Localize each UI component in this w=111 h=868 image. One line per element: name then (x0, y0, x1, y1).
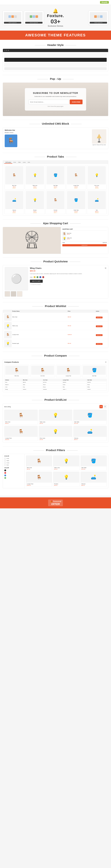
color-swatch-2[interactable] (36, 276, 38, 278)
product-info: Table Lamp $45.00 (39, 421, 72, 425)
color-swatch-4[interactable] (42, 276, 44, 278)
product-stars: ★★★★☆ (67, 212, 85, 213)
popup-email-input[interactable] (28, 100, 69, 104)
compare-row-val-2: $175.00 (43, 381, 62, 383)
product-card[interactable]: 🪑 Wire Chair $89.00 (26, 456, 52, 470)
tab-table[interactable]: Table (17, 161, 22, 164)
product-card[interactable]: 💡 Pendant $55.00 ★★★★★ (25, 190, 45, 214)
layout-card-3[interactable]: Home Layout 03 (88, 11, 108, 25)
product-card[interactable]: 🛋️ Sofa $350.00 ★★★★★ (87, 190, 107, 214)
filter-checkbox[interactable] (4, 458, 6, 459)
popup-subscribe-button[interactable]: SUBSCRIBE (70, 100, 83, 104)
color-dot-3[interactable] (4, 474, 6, 476)
product-card[interactable]: 🪑 Lounge Chair $199.00 (26, 472, 52, 487)
color-filter-option (4, 472, 23, 474)
product-image: 🪑 (4, 426, 37, 437)
grid-view-button[interactable]: ⊞ (100, 405, 103, 408)
product-card[interactable]: 🪣 Side Table $120.00 ★★★☆☆ (46, 165, 65, 189)
color-dot-2[interactable] (4, 472, 6, 474)
popup-skip-link[interactable]: Don't show this popup again (28, 106, 83, 107)
shopify-badge: Shopify (100, 1, 109, 4)
svg-line-8 (28, 232, 31, 243)
product-info: Table Lamp $45.00 (53, 466, 79, 470)
quickview-product-name: Wing Chairs (30, 267, 106, 269)
quickview-close-button[interactable]: ✕ (105, 267, 107, 270)
checkout-button[interactable]: CHECKOUT (62, 244, 107, 246)
feature-title-header: Header Style (3, 43, 108, 46)
compare-close-button[interactable]: ✕ (105, 361, 107, 363)
layout-card-2[interactable]: Home Layout 02 (24, 11, 44, 25)
header-bar (3, 49, 108, 52)
tab-sofa[interactable]: Sofa (27, 161, 31, 164)
product-card[interactable]: 💡 Table Lamp $45.00 ★★★★★ (25, 165, 45, 189)
product-card[interactable]: 🪑 Lounge Chair $199.00 ★★★★☆ (66, 165, 86, 189)
svg-marker-0 (97, 134, 102, 138)
filter-label: Table (6, 460, 9, 461)
feature-title-quickview: Product Quickview (3, 260, 108, 263)
preview-dot (97, 15, 100, 18)
product-image: 💡 (39, 426, 72, 437)
color-swatch-3[interactable] (39, 276, 41, 278)
product-card[interactable]: 💡 Table Lamp $45.00 (39, 410, 72, 425)
header-row-light-2 (4, 62, 107, 66)
product-card[interactable]: 💡 Table Lamp $45.00 (53, 456, 79, 470)
product-card[interactable]: 💡 Floor Lamp $78.00 (39, 426, 72, 441)
filter-checkbox[interactable] (4, 464, 6, 466)
cart-item-price: $89.00 (67, 234, 107, 235)
wishlist-add-to-cart-button[interactable]: Add to Cart (96, 326, 103, 327)
tab-all-products[interactable]: All Product (4, 161, 12, 164)
compare-row-val-3: Blue (62, 386, 86, 388)
product-card[interactable]: 🛋️ Ottoman $65.00 ★★★★☆ (4, 190, 24, 214)
product-card[interactable]: 🛋️ Ottoman $65.00 (73, 426, 107, 441)
list-view-button[interactable]: ☰ (104, 405, 107, 408)
wishlist-add-to-cart-button[interactable]: Add to Cart (96, 334, 103, 336)
color-dot-4[interactable] (4, 477, 6, 479)
compare-product-2[interactable]: 🪑 Arm Chair (30, 365, 55, 377)
quickview-thumb-3[interactable] (17, 291, 22, 297)
product-card[interactable]: 🪣 Coffee Table $145.00 ★★★★☆ (66, 190, 86, 214)
product-image: 💡 (26, 166, 44, 184)
product-card[interactable]: 🪣 Side Table $120.00 (73, 410, 107, 425)
product-name: Ottoman (74, 438, 106, 439)
product-card[interactable]: 💡 Pendant $55.00 (53, 472, 79, 487)
layout-card-1[interactable]: Home Layout 01 (3, 11, 23, 25)
product-card[interactable]: 🛋️ Ottoman $65.00 (81, 472, 107, 487)
quickview-thumb-2[interactable] (11, 291, 16, 297)
promo-badge: 🎁 Seasonal OFFER (48, 500, 63, 506)
product-card[interactable]: 🪑 Wire Chair $89.00 (4, 410, 38, 425)
product-card[interactable]: 🪑 Wire Chair $89.00 ★★★★☆ (4, 165, 24, 189)
quickview-thumb-1[interactable] (5, 291, 10, 297)
tab-lamp[interactable]: Lamp (22, 161, 27, 164)
compare-attr-header: Attribute (4, 379, 22, 381)
cms-chair-img: 🪑 (5, 134, 17, 147)
preview-dot (94, 15, 97, 18)
preview-dot (11, 15, 14, 18)
compare-product-4[interactable]: 🪣 Side Table (82, 365, 107, 377)
compare-row-val-4: $145.00 (86, 381, 107, 383)
filter-option: Table (4, 460, 23, 461)
compare-product-3[interactable]: 🪑 Lounge Chair (56, 365, 81, 377)
divider (3, 257, 108, 258)
compare-product-image-1: 🪑 (5, 366, 28, 375)
product-card[interactable]: 🪑 Armchair $175.00 ★★★☆☆ (46, 190, 65, 214)
filter-checkbox[interactable] (4, 460, 6, 461)
product-card[interactable]: 🪑 Lounge Chair $199.00 (4, 426, 38, 441)
filter-checkbox[interactable] (4, 462, 6, 464)
product-name: Wire Chair (5, 422, 37, 423)
compare-row: Material Steel Wood Fabric Wood (4, 383, 107, 386)
product-name: Lounge Chair (67, 185, 85, 186)
quickview-add-to-cart-button[interactable]: ADD TO CART (30, 280, 43, 283)
compare-product-image-4: 🪣 (83, 366, 106, 375)
ajax-cart-sidebar: SHOPPING CART 🪑 Wire Chair $89.00 💡 Tabl… (61, 227, 108, 254)
wishlist-add-to-cart-button[interactable]: Add to Cart (96, 343, 103, 345)
color-swatch-1[interactable] (33, 276, 36, 278)
product-image: 💡 (26, 191, 44, 209)
product-info: Wire Chair $89.00 (4, 421, 37, 425)
tab-chair[interactable]: Chair (12, 161, 17, 164)
compare-product-1[interactable]: 🪑 Wire Chair (4, 365, 29, 377)
product-card[interactable]: 💡 Floor Lamp $78.00 ★★★★★ (87, 165, 107, 189)
wishlist-add-to-cart-button[interactable]: Add to Cart (96, 317, 103, 318)
color-dot-1[interactable] (4, 469, 6, 471)
compare-row: Price $89.00 $175.00 $199.00 $145.00 (4, 381, 107, 383)
product-card[interactable]: 🪣 Side Table $120.00 (81, 456, 107, 470)
